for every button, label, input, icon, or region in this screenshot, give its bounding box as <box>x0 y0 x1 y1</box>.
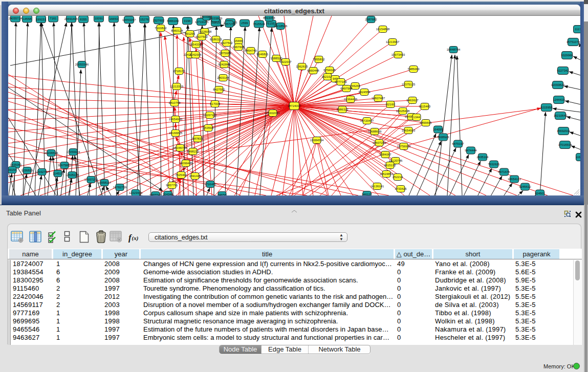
svg-text:9146821: 9146821 <box>256 53 269 56</box>
svg-text:2387682: 2387682 <box>365 18 377 21</box>
svg-text:1167534: 1167534 <box>576 156 580 159</box>
svg-text:16033809: 16033809 <box>209 17 223 20</box>
svg-text:8186323: 8186323 <box>210 38 222 41</box>
svg-text:164095: 164095 <box>433 128 444 131</box>
svg-text:18607249: 18607249 <box>373 141 386 144</box>
svg-text:10807487: 10807487 <box>372 97 385 100</box>
svg-text:15276: 15276 <box>140 18 149 21</box>
svg-text:24055724: 24055724 <box>9 17 23 20</box>
svg-text:19756928: 19756928 <box>397 145 411 148</box>
svg-text:16046788: 16046788 <box>173 146 187 149</box>
svg-text:2803144: 2803144 <box>217 76 229 79</box>
svg-text:10091: 10091 <box>95 17 103 20</box>
svg-text:9327503: 9327503 <box>195 35 208 38</box>
svg-text:17359924: 17359924 <box>67 150 80 154</box>
svg-text:8471676: 8471676 <box>498 170 510 173</box>
svg-text:7161: 7161 <box>50 17 57 20</box>
svg-text:8454749: 8454749 <box>245 49 257 52</box>
svg-text:12505135: 12505135 <box>66 173 79 177</box>
svg-text:13267110: 13267110 <box>203 114 217 117</box>
svg-text:(x): (x) <box>132 235 139 242</box>
svg-text:252214: 252214 <box>393 176 403 179</box>
svg-text:12942757: 12942757 <box>35 170 49 173</box>
svg-text:15466: 15466 <box>234 39 243 42</box>
svg-text:114519: 114519 <box>53 172 63 175</box>
svg-text:1244419: 1244419 <box>553 98 565 101</box>
svg-text:7485063: 7485063 <box>407 68 420 71</box>
svg-text:1691440: 1691440 <box>189 174 201 178</box>
svg-text:10958117: 10958117 <box>98 181 112 184</box>
svg-text:7625402: 7625402 <box>175 173 187 177</box>
svg-text:1588520: 1588520 <box>270 57 282 60</box>
svg-text:204346: 204346 <box>163 193 173 195</box>
svg-text:8355: 8355 <box>80 18 87 21</box>
svg-text:587833: 587833 <box>192 137 203 140</box>
svg-text:8960124: 8960124 <box>171 29 183 32</box>
svg-text:10524851: 10524851 <box>380 172 394 176</box>
svg-text:94656: 94656 <box>218 193 227 195</box>
svg-text:946127: 946127 <box>362 193 373 195</box>
svg-text:7515524: 7515524 <box>253 23 265 26</box>
svg-text:10025438: 10025438 <box>396 110 410 113</box>
svg-text:16782759: 16782759 <box>113 186 127 189</box>
svg-text:1615132: 1615132 <box>384 164 396 167</box>
svg-text:6497568: 6497568 <box>340 87 353 90</box>
svg-text:5322037: 5322037 <box>279 60 292 63</box>
svg-text:62160: 62160 <box>386 103 395 106</box>
svg-text:9329966: 9329966 <box>561 54 573 57</box>
svg-text:8938923: 8938923 <box>437 136 449 139</box>
svg-text:9327502: 9327502 <box>221 41 233 45</box>
svg-text:17016504: 17016504 <box>558 143 572 146</box>
svg-text:2367608: 2367608 <box>232 46 245 49</box>
svg-text:7163822: 7163822 <box>155 27 167 30</box>
svg-text:8813054: 8813054 <box>263 16 275 19</box>
svg-text:14136141: 14136141 <box>371 185 384 188</box>
svg-text:3215958: 3215958 <box>540 106 553 109</box>
svg-text:153594: 153594 <box>203 126 214 129</box>
svg-text:1344: 1344 <box>413 116 420 119</box>
svg-text:9227342: 9227342 <box>557 69 569 72</box>
svg-text:9242848: 9242848 <box>218 63 230 66</box>
svg-text:3624554: 3624554 <box>358 91 371 94</box>
svg-text:19384554: 19384554 <box>310 139 324 142</box>
svg-text:12093822: 12093822 <box>551 83 565 86</box>
svg-text:12213319: 12213319 <box>170 85 184 88</box>
svg-text:5875685: 5875685 <box>219 52 231 55</box>
svg-text:3196: 3196 <box>184 19 191 23</box>
svg-text:15720407: 15720407 <box>360 119 374 122</box>
svg-text:9457791: 9457791 <box>166 184 178 187</box>
svg-text:2599: 2599 <box>241 21 248 25</box>
svg-text:20053346: 20053346 <box>75 63 89 66</box>
svg-text:2718170: 2718170 <box>173 70 185 73</box>
svg-text:19654935: 19654935 <box>169 118 183 121</box>
svg-text:12213967: 12213967 <box>386 40 400 43</box>
svg-text:891295: 891295 <box>185 32 195 35</box>
svg-text:6479197: 6479197 <box>452 142 464 145</box>
svg-text:1810759: 1810759 <box>168 101 181 104</box>
svg-text:20206536: 20206536 <box>45 151 58 155</box>
svg-text:6794028: 6794028 <box>323 69 336 72</box>
svg-text:9115460: 9115460 <box>419 105 431 108</box>
svg-text:7357274: 7357274 <box>223 23 235 26</box>
svg-text:20691406: 20691406 <box>64 17 78 20</box>
svg-text:16210643: 16210643 <box>554 114 568 117</box>
svg-text:16154808: 16154808 <box>376 28 390 31</box>
svg-text:10973493: 10973493 <box>391 53 405 56</box>
svg-text:8498222: 8498222 <box>187 150 199 153</box>
svg-text:14099489: 14099489 <box>179 162 193 165</box>
svg-text:10688609: 10688609 <box>368 130 382 133</box>
svg-text:10653267: 10653267 <box>122 18 136 21</box>
svg-text:19166825: 19166825 <box>169 132 183 135</box>
svg-text:16653: 16653 <box>110 17 118 20</box>
svg-text:17957253: 17957253 <box>84 178 98 181</box>
svg-text:2242004: 2242004 <box>189 53 202 56</box>
svg-text:10719185: 10719185 <box>195 20 209 24</box>
svg-text:8427552: 8427552 <box>213 88 225 91</box>
svg-text:6990448: 6990448 <box>307 69 319 72</box>
svg-text:7986322: 7986322 <box>336 108 349 111</box>
svg-text:9384067: 9384067 <box>379 153 391 156</box>
svg-text:25302033: 25302033 <box>266 112 280 115</box>
svg-text:16543382: 16543382 <box>189 43 203 46</box>
svg-text:19218506: 19218506 <box>274 25 288 28</box>
svg-text:39154: 39154 <box>8 168 17 171</box>
